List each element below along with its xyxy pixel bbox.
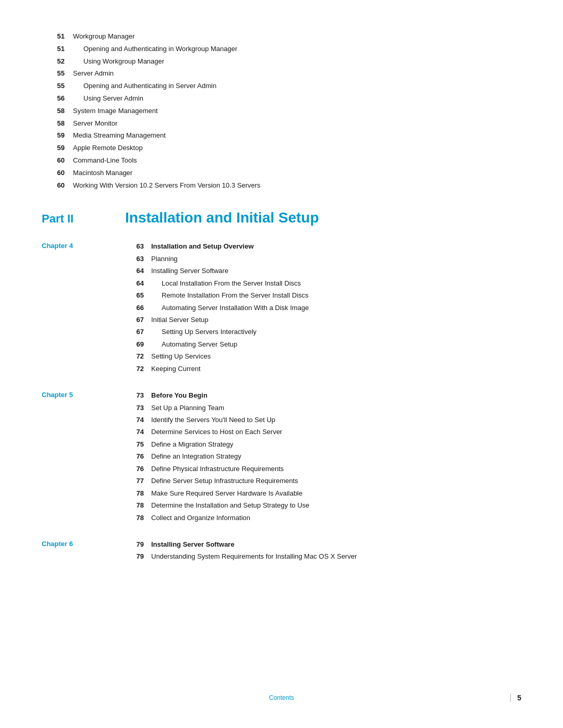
chapter-entry-text: Planning bbox=[151, 253, 521, 264]
chapter-label-col: Chapter 6 bbox=[42, 539, 125, 563]
chapter-entry: 76Define an Integration Strategy bbox=[125, 451, 521, 462]
chapter-entry: 76Define Physical Infrastructure Require… bbox=[125, 463, 521, 474]
chapter-entry: 64Installing Server Software bbox=[125, 265, 521, 276]
toc-entry-text: Opening and Authenticating in Workgroup … bbox=[73, 44, 237, 55]
toc-entry-text: Server Admin bbox=[73, 68, 114, 79]
toc-entry: 55Server Admin bbox=[42, 68, 521, 79]
chapter-entries: 79Installing Server Software79Understand… bbox=[125, 539, 521, 563]
toc-entry-text: Using Workgroup Manager bbox=[73, 56, 164, 67]
toc-page-num: 51 bbox=[42, 44, 73, 55]
chapter-entry-text: Make Sure Required Server Hardware Is Av… bbox=[151, 488, 521, 499]
chapter-entry-page: 76 bbox=[125, 463, 151, 474]
chapter-entry-page: 72 bbox=[125, 363, 151, 374]
toc-page-num: 52 bbox=[42, 56, 73, 67]
chapter-entry-text: Remote Installation From the Server Inst… bbox=[151, 290, 521, 301]
chapter-entry: 67Setting Up Servers Interactively bbox=[125, 326, 521, 337]
chapter-label: Chapter 6 bbox=[42, 539, 125, 550]
chapter-entry-page: 79 bbox=[125, 539, 151, 550]
chapter-entry-page: 69 bbox=[125, 339, 151, 350]
chapter-entry: 63Installation and Setup Overview bbox=[125, 241, 521, 252]
toc-page-num: 60 bbox=[42, 155, 73, 166]
chapter-entry-text: Define Server Setup Infrastructure Requi… bbox=[151, 475, 521, 486]
chapter-entry-text: Initial Server Setup bbox=[151, 314, 521, 325]
chapter-entry-text: Setting Up Services bbox=[151, 351, 521, 362]
chapter-entry-page: 74 bbox=[125, 414, 151, 425]
chapter-label: Chapter 4 bbox=[42, 241, 125, 252]
chapter-entry-text: Understanding System Requirements for In… bbox=[151, 551, 521, 562]
chapter-label-col: Chapter 5 bbox=[42, 390, 125, 524]
chapter-block: Chapter 679Installing Server Software79U… bbox=[42, 539, 521, 563]
toc-entry-text: Apple Remote Desktop bbox=[73, 143, 143, 154]
chapter-entry: 74Determine Services to Host on Each Ser… bbox=[125, 426, 521, 437]
chapter-entry-text: Installing Server Software bbox=[151, 265, 521, 276]
chapter-entry-page: 63 bbox=[125, 253, 151, 264]
chapter-entry: 63Planning bbox=[125, 253, 521, 264]
footer-page-number: 5 bbox=[510, 694, 521, 702]
toc-entry-text: Working With Version 10.2 Servers From V… bbox=[73, 180, 261, 191]
toc-entry-text: Workgroup Manager bbox=[73, 31, 134, 42]
toc-page-num: 58 bbox=[42, 106, 73, 117]
chapter-entries: 73Before You Begin73Set Up a Planning Te… bbox=[125, 390, 521, 524]
toc-entry: 58Server Monitor bbox=[42, 118, 521, 129]
toc-page-num: 58 bbox=[42, 118, 73, 129]
toc-entry: 60Command-Line Tools bbox=[42, 155, 521, 166]
toc-entry: 56Using Server Admin bbox=[42, 93, 521, 104]
chapter-entry-text: Determine Services to Host on Each Serve… bbox=[151, 426, 521, 437]
chapter-entry-page: 67 bbox=[125, 314, 151, 325]
chapter-entry-text: Automating Server Installation With a Di… bbox=[151, 302, 521, 313]
chapter-entry: 77Define Server Setup Infrastructure Req… bbox=[125, 475, 521, 486]
chapter-entry-text: Collect and Organize Information bbox=[151, 512, 521, 523]
chapter-entry-page: 78 bbox=[125, 512, 151, 523]
toc-entry: 60Working With Version 10.2 Servers From… bbox=[42, 180, 521, 191]
chapter-entry: 69Automating Server Setup bbox=[125, 339, 521, 350]
toc-page-num: 60 bbox=[42, 168, 73, 179]
chapter-entry-page: 64 bbox=[125, 278, 151, 289]
chapter-entry-page: 66 bbox=[125, 302, 151, 313]
chapter-entry-page: 78 bbox=[125, 488, 151, 499]
chapter-entry-text: Setting Up Servers Interactively bbox=[151, 326, 521, 337]
chapter-entry-text: Local Installation From the Server Insta… bbox=[151, 278, 521, 289]
chapter-label: Chapter 5 bbox=[42, 390, 125, 401]
toc-entry: 58System Image Management bbox=[42, 106, 521, 117]
chapter-entry-text: Determine the Installation and Setup Str… bbox=[151, 500, 521, 511]
toc-entry: 60Macintosh Manager bbox=[42, 168, 521, 179]
part-title: Installation and Initial Setup bbox=[125, 209, 319, 226]
toc-page-num: 59 bbox=[42, 143, 73, 154]
chapter-entry-page: 78 bbox=[125, 500, 151, 511]
chapter-entry-page: 77 bbox=[125, 475, 151, 486]
chapter-entry-page: 63 bbox=[125, 241, 151, 252]
chapter-entry-text: Identify the Servers You'll Need to Set … bbox=[151, 414, 521, 425]
toc-page-num: 60 bbox=[42, 180, 73, 191]
chapter-entry: 64Local Installation From the Server Ins… bbox=[125, 278, 521, 289]
chapter-entry-page: 75 bbox=[125, 439, 151, 450]
chapter-entry-text: Installing Server Software bbox=[151, 539, 521, 550]
chapter-entry-text: Keeping Current bbox=[151, 363, 521, 374]
toc-continuation: 51Workgroup Manager51Opening and Authent… bbox=[42, 31, 521, 191]
chapter-entry-page: 67 bbox=[125, 326, 151, 337]
footer-contents-label: Contents bbox=[269, 694, 294, 701]
chapter-entry: 75Define a Migration Strategy bbox=[125, 439, 521, 450]
chapter-entry: 72Keeping Current bbox=[125, 363, 521, 374]
toc-entry: 52Using Workgroup Manager bbox=[42, 56, 521, 67]
chapter-entry-text: Installation and Setup Overview bbox=[151, 241, 521, 252]
chapter-entry: 66Automating Server Installation With a … bbox=[125, 302, 521, 313]
chapter-entry: 67Initial Server Setup bbox=[125, 314, 521, 325]
toc-page-num: 51 bbox=[42, 31, 73, 42]
chapter-entry: 65Remote Installation From the Server In… bbox=[125, 290, 521, 301]
part-label: Part II bbox=[42, 212, 125, 226]
toc-page-num: 55 bbox=[42, 68, 73, 79]
chapter-entry-text: Define Physical Infrastructure Requireme… bbox=[151, 463, 521, 474]
chapter-entry-page: 72 bbox=[125, 351, 151, 362]
chapter-entry-text: Define a Migration Strategy bbox=[151, 439, 521, 450]
chapter-entries: 63Installation and Setup Overview63Plann… bbox=[125, 241, 521, 375]
toc-entry-text: Using Server Admin bbox=[73, 93, 143, 104]
chapter-entry: 74Identify the Servers You'll Need to Se… bbox=[125, 414, 521, 425]
footer: Contents 5 bbox=[0, 694, 563, 702]
chapter-entry-page: 64 bbox=[125, 265, 151, 276]
chapters-section: Chapter 463Installation and Setup Overvi… bbox=[42, 241, 521, 563]
chapter-entry: 79Installing Server Software bbox=[125, 539, 521, 550]
toc-entry-text: Macintosh Manager bbox=[73, 168, 132, 179]
toc-entry: 55Opening and Authenticating in Server A… bbox=[42, 81, 521, 92]
toc-entry-text: Media Streaming Management bbox=[73, 130, 166, 141]
toc-entry: 51Workgroup Manager bbox=[42, 31, 521, 42]
